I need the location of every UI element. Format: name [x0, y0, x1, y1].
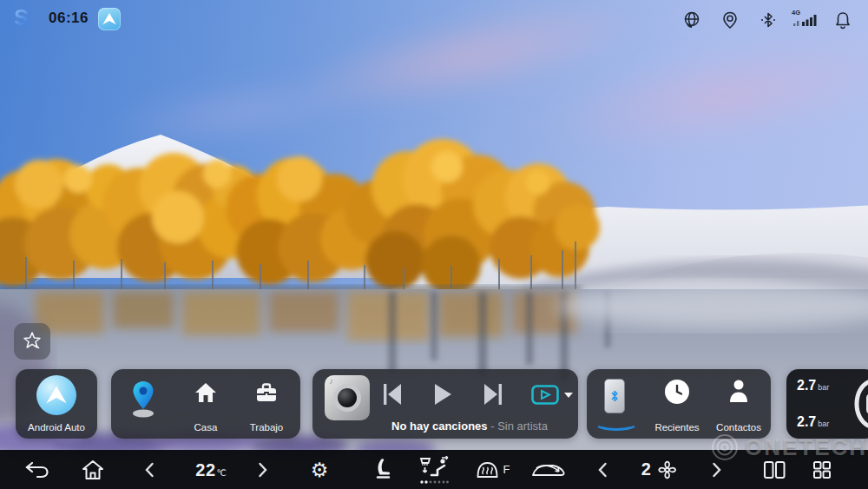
app-grid-button[interactable]	[812, 459, 832, 480]
recents-button[interactable]: Recientes	[646, 369, 708, 439]
home-shortcut-label: Casa	[179, 422, 233, 433]
clock: 06:16	[49, 10, 89, 27]
bluetooth-phone-button[interactable]	[587, 369, 641, 439]
magic-star-button[interactable]	[14, 323, 50, 360]
air-mode-dots	[419, 480, 449, 484]
media-title-row: No hay canciones - Sin artista	[370, 420, 569, 433]
front-defrost-button[interactable]: F	[475, 459, 510, 480]
android-auto-card[interactable]: Android Auto	[16, 369, 97, 439]
media-title: No hay canciones	[391, 420, 488, 433]
bluetooth-phone-icon	[604, 379, 625, 413]
air-distribution-icon	[418, 456, 450, 479]
work-shortcut-button[interactable]: Trabajo	[240, 369, 293, 439]
chevron-left-icon	[144, 461, 155, 479]
contacts-button[interactable]: Contactos	[710, 369, 767, 439]
temperature-down-button[interactable]	[144, 461, 155, 479]
bottom-bar: 22 ℃ ⚙	[0, 450, 868, 489]
album-art: ♪	[325, 375, 370, 420]
media-source-dropdown-caret[interactable]	[564, 393, 573, 398]
media-artist: Sin artista	[497, 420, 548, 433]
chevron-right-icon	[712, 461, 722, 479]
chevron-right-icon	[258, 461, 268, 479]
seat-icon	[373, 459, 392, 481]
previous-track-button[interactable]	[382, 382, 403, 406]
media-card[interactable]: ♪ No hay canciones - Sin artista	[312, 369, 578, 439]
chevron-left-icon	[597, 461, 608, 479]
split-screen-icon	[762, 460, 786, 479]
network-type-label: 4G	[792, 9, 800, 17]
home-icon	[194, 381, 217, 404]
bluetooth-icon[interactable]	[759, 10, 778, 30]
media-source-icon[interactable]	[531, 385, 559, 405]
home-shortcut-button[interactable]: Casa	[179, 369, 233, 439]
air-distribution-button[interactable]	[418, 456, 450, 484]
fan-up-button[interactable]	[712, 461, 722, 479]
tpms-car-graphic	[840, 378, 868, 430]
bluetooth-arc	[594, 414, 639, 431]
settings-button[interactable]: ⚙	[311, 459, 329, 479]
recirculation-car-icon	[529, 459, 566, 480]
home-nav-icon	[82, 459, 104, 480]
tpms-rear-row: 2.7bar	[797, 414, 829, 430]
back-icon	[23, 459, 49, 480]
current-location-button[interactable]	[123, 369, 163, 439]
recents-label: Recientes	[646, 422, 708, 433]
briefcase-icon	[255, 381, 278, 404]
app-grid-icon	[812, 459, 832, 480]
back-button[interactable]	[23, 459, 49, 480]
brand-logo: S	[14, 4, 29, 31]
fan-level-display[interactable]: 2	[641, 459, 679, 481]
play-button[interactable]	[432, 382, 453, 406]
next-track-button[interactable]	[483, 382, 503, 406]
android-auto-arrow-icon	[101, 10, 118, 28]
car-head-unit-screen: S 06:16	[0, 0, 868, 489]
fan-icon	[655, 459, 678, 481]
split-screen-button[interactable]	[762, 460, 786, 479]
signal-4g-icon[interactable]: 4G	[792, 10, 819, 30]
defrost-icon	[475, 459, 501, 480]
tpms-front-row: 2.7bar	[797, 378, 829, 393]
location-icon[interactable]	[720, 10, 740, 30]
temperature-up-button[interactable]	[258, 461, 268, 479]
seat-heater-button[interactable]	[373, 459, 392, 481]
navigation-card: Casa Trabajo	[111, 369, 300, 439]
tire-pressure-card[interactable]: 2.7bar 2.7bar	[786, 369, 868, 439]
android-auto-label: Android Auto	[16, 422, 97, 433]
work-shortcut-label: Trabajo	[240, 422, 293, 433]
android-auto-app-icon	[36, 375, 76, 415]
contacts-label: Contactos	[710, 422, 767, 433]
globe-audio-icon[interactable]	[682, 10, 701, 30]
temperature-display[interactable]: 22 ℃	[195, 459, 226, 479]
contacts-person-icon	[727, 378, 751, 404]
air-recirculation-button[interactable]	[529, 459, 566, 480]
home-button[interactable]	[82, 459, 104, 480]
star-icon	[21, 330, 43, 353]
status-bar: S 06:16	[0, 0, 868, 38]
music-note-icon: ♪	[329, 376, 333, 386]
gear-icon: ⚙	[311, 459, 329, 479]
android-auto-status-icon[interactable]	[98, 8, 121, 30]
map-pin-icon	[128, 380, 158, 420]
recents-clock-icon	[665, 380, 689, 404]
notification-bell-icon[interactable]	[833, 10, 852, 30]
defrost-front-label: F	[503, 463, 510, 476]
phone-card: Recientes Contactos	[587, 369, 771, 439]
fan-down-button[interactable]	[597, 461, 608, 479]
